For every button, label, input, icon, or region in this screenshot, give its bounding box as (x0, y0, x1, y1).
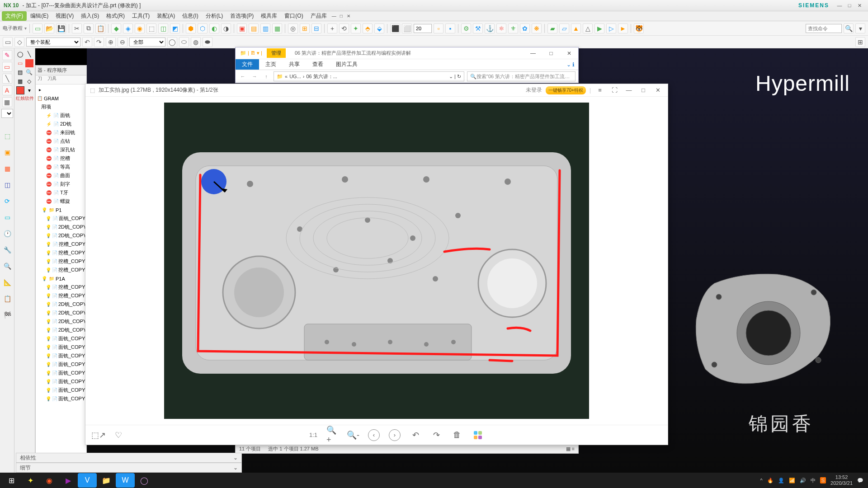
tree-node[interactable]: 💡📄挖槽_COPY_... (36, 291, 86, 300)
tree-node[interactable]: 💡📄2D铣_COPY_... (36, 317, 86, 326)
nav-flag-icon[interactable]: 🏁 (2, 310, 12, 320)
tree-node[interactable]: 💡📁P1A (36, 274, 86, 283)
copy-icon[interactable]: ⧉ (84, 23, 94, 33)
exp-breadcrumb[interactable]: 📁 « UG... › 06 第六讲：... ⌄ | ↻ (274, 71, 464, 81)
tool15-icon[interactable]: ◎ (288, 23, 298, 33)
face1-icon[interactable]: ▰ (547, 23, 557, 33)
tray-sogou-icon[interactable]: S (820, 477, 826, 483)
iv-delete-icon[interactable]: 🗑 (451, 429, 463, 441)
tree-node[interactable]: 💡📄面铣_COPY_... (36, 360, 86, 369)
sel6-icon[interactable]: ⊖ (118, 37, 127, 47)
nav-clock-icon[interactable]: 🕐 (2, 229, 12, 239)
iv-vip-badge[interactable]: 一键畅享70+特权 (546, 86, 586, 94)
doc-maximize-button[interactable]: □ (338, 13, 345, 19)
tree-node[interactable]: ⚡📄面铣 (36, 111, 86, 120)
taskbar-clock[interactable]: 13:52 2020/3/21 (830, 474, 853, 486)
exp-close-button[interactable]: ✕ (560, 48, 578, 59)
tree-node[interactable]: 💡📄面铣_COPY_2 (36, 343, 86, 352)
ls2-h-icon[interactable]: ◇ (25, 77, 33, 85)
open-icon[interactable]: 📂 (44, 23, 54, 33)
search-go-icon[interactable]: 🔍 (844, 23, 854, 33)
tree-list[interactable]: ▸📋GRAM用项⚡📄面铣⚡📄2D铣⛔📄来回铣⛔📄点钻⛔📄深孔钻⛔📄挖槽⛔📄等高⛔… (36, 84, 86, 404)
menu-mold[interactable]: 模具库 (257, 11, 281, 21)
tree-node[interactable]: 💡📁P1 (36, 206, 86, 214)
minimize-button[interactable]: — (835, 2, 844, 9)
exp-min-button[interactable]: — (524, 48, 542, 59)
tree-node[interactable]: 💡📄2D铣_COPY (36, 223, 86, 231)
tree-node[interactable]: 💡📄面铣_COPY_... (36, 369, 86, 377)
exp-tab-home[interactable]: 主页 (259, 59, 283, 70)
nav-ruler-icon[interactable]: 📐 (2, 277, 12, 287)
op3-icon[interactable]: ⚓ (485, 23, 495, 33)
tool18-icon[interactable]: ⟲ (339, 23, 349, 33)
tool14-icon[interactable]: ▦ (272, 23, 282, 33)
tray-i3-icon[interactable]: 📶 (789, 478, 795, 483)
depth-field[interactable] (414, 24, 432, 33)
save-icon[interactable]: 💾 (56, 23, 66, 33)
tiger-icon[interactable]: 🐯 (634, 23, 644, 33)
iv-canvas[interactable] (85, 97, 668, 425)
tree-node[interactable]: 💡📄面铣_COPY_... (36, 394, 86, 403)
tree-node[interactable]: 💡📄面铣_COPY (36, 214, 86, 223)
menu-format[interactable]: 格式(R) (103, 11, 128, 21)
paste-icon[interactable]: 📋 (95, 23, 105, 33)
tool17-icon[interactable]: ⊟ (311, 23, 321, 33)
tool3-icon[interactable]: ◉ (135, 23, 145, 33)
iv-prev-button[interactable]: ‹ (368, 429, 380, 441)
menu-info[interactable]: 信息(I) (179, 11, 202, 21)
details-panel[interactable]: 细节⌄ (16, 463, 242, 473)
tree-node[interactable]: ⚡📄2D铣 (36, 120, 86, 128)
tree-node[interactable]: ⛔📄挖槽 (36, 154, 86, 163)
menu-product[interactable]: 产品库 (307, 11, 330, 21)
tool1-icon[interactable]: ◆ (111, 23, 121, 33)
iv-fullscreen-button[interactable]: ⛶ (609, 86, 620, 95)
sel8-icon[interactable]: ⬭ (179, 37, 189, 47)
tool20-icon[interactable]: ⬘ (363, 23, 373, 33)
face2-icon[interactable]: ▱ (559, 23, 569, 33)
exp-back-button[interactable]: ← (238, 72, 247, 81)
tree-node[interactable]: 📋GRAM (36, 94, 86, 103)
tool21-icon[interactable]: ⬙ (374, 23, 384, 33)
exp-help-icon[interactable]: ⌄ ℹ (563, 61, 578, 68)
iv-close-button[interactable]: ✕ (652, 86, 663, 95)
ls2-d-icon[interactable] (25, 59, 33, 67)
task-app6[interactable]: ◯ (135, 473, 154, 488)
exp-up-button[interactable]: ↑ (262, 72, 271, 81)
iv-max-button[interactable]: □ (638, 86, 649, 95)
tray-i1-icon[interactable]: 🔥 (767, 478, 774, 483)
op6-icon[interactable]: ✿ (520, 23, 530, 33)
iv-zoomout-icon[interactable]: 🔍- (347, 429, 359, 441)
menu-file[interactable]: 文件(F) (2, 11, 27, 21)
plus-icon[interactable]: + (327, 23, 337, 33)
all-select[interactable]: 全部 (129, 38, 165, 47)
tool9-icon[interactable]: ◐ (209, 23, 219, 33)
iv-zoom-ratio[interactable]: 1:1 (309, 432, 317, 438)
menu-preferences[interactable]: 首选项(P) (226, 11, 257, 21)
tool4-icon[interactable]: ⬚ (146, 23, 156, 33)
tree-node[interactable]: 用项 (36, 103, 86, 111)
tray-up-icon[interactable]: ^ (760, 478, 763, 483)
cube3-icon[interactable]: ▫ (434, 23, 443, 33)
face5-icon[interactable]: ▶ (594, 23, 604, 33)
tree-node[interactable]: 💡📄挖槽_COPY (36, 240, 86, 249)
op2-icon[interactable]: ⚒ (473, 23, 483, 33)
menu-edit[interactable]: 编辑(E) (27, 11, 52, 21)
ls2-a-icon[interactable]: ◯ (16, 50, 24, 58)
menu-view[interactable]: 视图(V) (52, 11, 77, 21)
nav-layer-icon[interactable]: ◫ (2, 180, 12, 190)
task-app1[interactable]: ✦ (21, 473, 40, 488)
tree-node[interactable]: ⛔📄刻字 (36, 180, 86, 188)
cut-icon[interactable]: ✂ (72, 23, 82, 33)
iv-titlebar[interactable]: ⬚ 加工实拍.jpg (1.27MB , 1920x1440像素) - 第1/2… (85, 84, 668, 97)
tree-node[interactable]: ▸ (36, 85, 86, 94)
ls-layer-icon[interactable]: ▦ (2, 97, 12, 107)
tree-node[interactable]: ⛔📄T牙 (36, 188, 86, 197)
tree-node[interactable]: ⛔📄等高 (36, 163, 86, 171)
tree-node[interactable]: ⛔📄螺旋 (36, 197, 86, 206)
exp-tab-share[interactable]: 共享 (283, 59, 306, 70)
sel7-icon[interactable]: ◯ (167, 37, 177, 47)
tree-node[interactable]: 💡📄挖槽_COPY_... (36, 249, 86, 257)
ls-a-icon[interactable]: A (2, 85, 12, 95)
iv-menu-button[interactable]: ≡ (594, 86, 605, 95)
exp-search-box[interactable]: 🔍 搜索"06 第六讲：精密产品薄壁件加工流程与编程实例... (467, 71, 576, 81)
